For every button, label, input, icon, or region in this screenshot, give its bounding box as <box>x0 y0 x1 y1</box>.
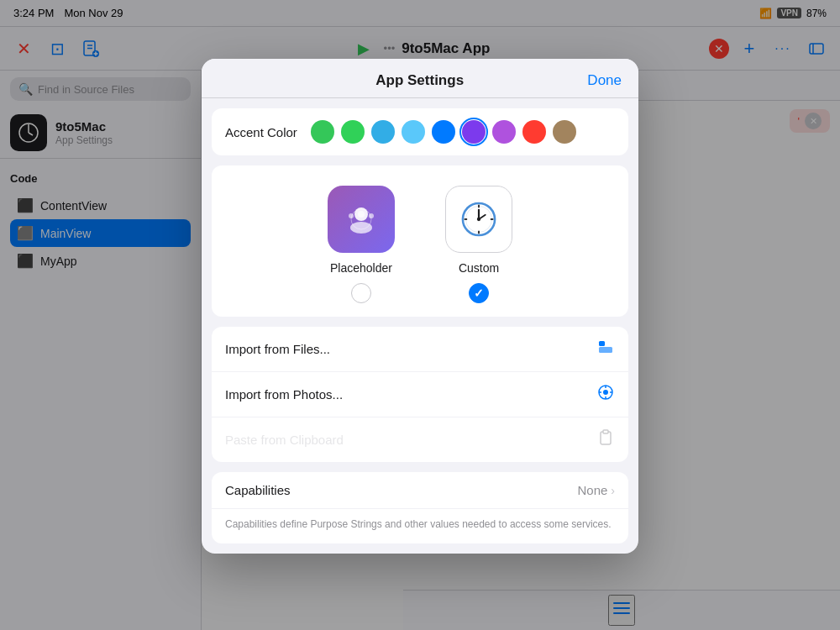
placeholder-radio[interactable] <box>351 283 371 303</box>
svg-rect-29 <box>599 341 605 346</box>
paste-clipboard-row[interactable]: Paste from Clipboard <box>212 417 628 462</box>
import-photos-label: Import from Photos... <box>225 387 343 402</box>
icon-option-custom[interactable]: Custom <box>445 186 512 303</box>
svg-point-16 <box>350 222 372 234</box>
capabilities-value: None <box>577 483 607 497</box>
svg-point-18 <box>349 213 354 218</box>
svg-rect-38 <box>603 430 608 433</box>
accent-colors-row: Accent Color <box>212 108 628 155</box>
capabilities-description: Capabilities define Purpose Strings and … <box>212 509 628 543</box>
placeholder-icon-label: Placeholder <box>330 261 392 275</box>
svg-point-28 <box>477 218 480 221</box>
modal-overlay[interactable]: App Settings Done Accent Color <box>0 0 840 630</box>
custom-icon-label: Custom <box>459 261 499 275</box>
custom-radio[interactable] <box>469 283 489 303</box>
icon-option-placeholder[interactable]: Placeholder <box>328 186 395 303</box>
color-dot-green[interactable] <box>311 120 334 144</box>
color-dot-brown[interactable] <box>553 120 576 144</box>
color-dot-blue[interactable] <box>432 120 455 144</box>
app-settings-modal: App Settings Done Accent Color <box>202 59 638 554</box>
accent-color-label: Accent Color <box>225 125 297 139</box>
svg-point-19 <box>369 213 374 218</box>
color-dot-teal[interactable] <box>341 120 365 144</box>
svg-point-32 <box>603 390 608 395</box>
color-dot-violet[interactable] <box>492 120 516 144</box>
custom-icon-preview <box>445 186 512 253</box>
modal-header: App Settings Done <box>202 59 638 98</box>
capabilities-label: Capabilities <box>225 483 291 497</box>
color-dot-cyan[interactable] <box>371 120 395 144</box>
paste-clipboard-icon <box>596 428 615 451</box>
color-dot-red[interactable] <box>522 120 546 144</box>
import-files-icon <box>596 338 615 360</box>
accent-color-section: Accent Color <box>212 108 628 155</box>
icon-selection-section: Placeholder <box>212 165 628 317</box>
paste-clipboard-label: Paste from Clipboard <box>225 433 344 447</box>
capabilities-value-group: None › <box>577 483 615 497</box>
import-photos-icon <box>596 383 615 406</box>
import-rows-section: Import from Files... Import from Photos.… <box>212 327 628 462</box>
import-photos-row[interactable]: Import from Photos... <box>212 372 628 417</box>
color-dot-bluelight[interactable] <box>402 120 425 144</box>
chevron-right-icon: › <box>611 484 615 497</box>
color-dots <box>311 120 576 144</box>
modal-done-button[interactable]: Done <box>587 72 622 89</box>
modal-title: App Settings <box>252 72 587 89</box>
icon-selection: Placeholder <box>212 165 628 317</box>
import-files-row[interactable]: Import from Files... <box>212 327 628 372</box>
import-files-label: Import from Files... <box>225 342 330 356</box>
color-dot-purple[interactable] <box>462 120 486 144</box>
capabilities-section: Capabilities None › Capabilities define … <box>212 472 628 543</box>
capabilities-row[interactable]: Capabilities None › <box>212 472 628 509</box>
svg-point-15 <box>358 211 365 218</box>
svg-rect-30 <box>599 347 612 353</box>
placeholder-icon-preview <box>328 186 395 253</box>
